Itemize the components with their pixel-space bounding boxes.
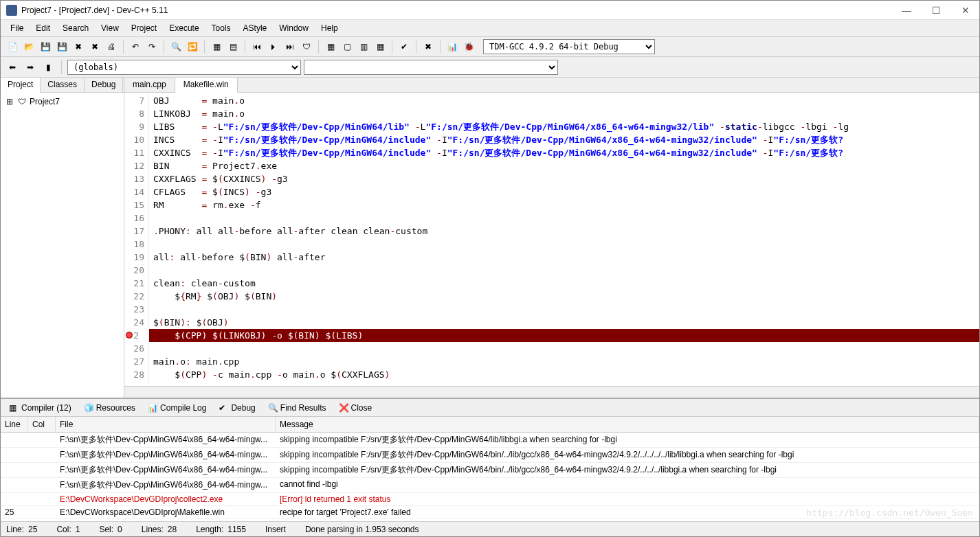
header-message: Message	[276, 417, 979, 432]
message-cell-col	[28, 506, 56, 518]
grid2-icon[interactable]: ▢	[339, 39, 355, 54]
maximize-button[interactable]: ☐	[928, 5, 945, 16]
left-tab-debug[interactable]: Debug	[85, 78, 123, 92]
project-tree[interactable]: ⊞ 🛡 Project7	[1, 93, 124, 111]
message-cell-msg: [Error] ld returned 1 exit status	[276, 493, 979, 505]
new-file-icon[interactable]: 📄	[5, 39, 20, 54]
bookmark-icon[interactable]: ▦	[209, 39, 224, 54]
grid4-icon[interactable]: ▦	[372, 39, 388, 54]
profile-icon[interactable]: 📊	[445, 39, 460, 54]
message-row[interactable]: F:\sn\更多软件\Dev-Cpp\MinGW64\x86_64-w64-mi…	[1, 478, 979, 493]
compile-icon[interactable]: ⏵	[266, 39, 281, 54]
bottom-tab-label: Compile Log	[160, 403, 206, 413]
check-icon: ✔	[219, 403, 228, 413]
left-tab-project[interactable]: Project	[1, 78, 41, 93]
bottom-tab-1[interactable]: 🧊Resources	[78, 400, 141, 415]
file-tabs: main.cppMakefile.win	[124, 78, 979, 93]
rebuild-icon[interactable]: 🛡	[299, 39, 314, 54]
expand-icon[interactable]: ⊞	[5, 97, 14, 106]
undo-icon[interactable]: ↶	[128, 39, 143, 54]
message-cell-msg: skipping incompatible F:/sn/更多软件/Dev-Cpp…	[276, 463, 979, 477]
bottom-tab-label: Find Results	[280, 403, 326, 413]
message-row[interactable]: E:\DevCWorkspace\DevGDIproj\collect2.exe…	[1, 493, 979, 506]
header-line: Line	[1, 417, 28, 432]
close-button[interactable]: ✕	[957, 5, 974, 16]
code-lines[interactable]: OBJ = main.oLINKOBJ = main.oLIBS = -L"F:…	[149, 93, 979, 386]
bottom-tab-2[interactable]: 📊Compile Log	[142, 400, 212, 415]
menu-execute[interactable]: Execute	[164, 21, 204, 35]
debug-icon[interactable]: 🐞	[461, 39, 476, 54]
separator	[318, 40, 319, 54]
bottom-tabs: ▦Compiler (12)🧊Resources📊Compile Log✔Deb…	[1, 399, 979, 417]
titlebar: Project7 - [Project7.dev] - Dev-C++ 5.11…	[1, 1, 979, 20]
save-all-icon[interactable]: 💾	[54, 39, 69, 54]
message-cell-msg: recipe for target 'Project7.exe' failed	[276, 506, 979, 518]
left-panel-tabs: ProjectClassesDebug	[1, 78, 124, 93]
menu-search[interactable]: Search	[57, 21, 94, 35]
message-row[interactable]: 25E:\DevCWorkspace\DevGDIproj\Makefile.w…	[1, 506, 979, 519]
bottom-tab-label: Close	[351, 403, 372, 413]
menu-edit[interactable]: Edit	[30, 21, 56, 35]
toolbar-main: 📄 📂 💾 💾 ✖ ✖ 🖨 ↶ ↷ 🔍 🔁 ▦ ▤ ⏮ ⏵ ⏭ 🛡 ▦ ▢ ▥ …	[1, 36, 979, 57]
main-area: ProjectClassesDebug ⊞ 🛡 Project7 main.cp…	[1, 78, 979, 398]
run-prev-icon[interactable]: ⏮	[249, 39, 265, 54]
grid3-icon[interactable]: ▥	[356, 39, 371, 54]
scope-dropdown[interactable]: (globals)	[67, 60, 301, 75]
check-icon[interactable]: ✔	[397, 39, 412, 54]
goto-icon[interactable]: ▤	[225, 39, 241, 54]
bottom-tab-0[interactable]: ▦Compiler (12)	[3, 400, 77, 415]
message-cell-file: F:\sn\更多软件\Dev-Cpp\MinGW64\x86_64-w64-mi…	[56, 448, 276, 462]
menu-file[interactable]: File	[5, 21, 29, 35]
cancel-icon[interactable]: ✖	[421, 39, 436, 54]
message-cell-line	[1, 433, 28, 447]
message-row[interactable]: F:\sn\更多软件\Dev-Cpp\MinGW64\x86_64-w64-mi…	[1, 463, 979, 478]
status-col-label: Col:	[56, 525, 71, 534]
open-file-icon[interactable]: 📂	[21, 39, 36, 54]
message-cell-col	[28, 478, 56, 492]
grid1-icon[interactable]: ▦	[323, 39, 338, 54]
close-all-icon[interactable]: ✖	[87, 39, 102, 54]
bottom-tab-4[interactable]: 🔍Find Results	[263, 400, 332, 415]
file-tab-1[interactable]: Makefile.win	[175, 78, 238, 93]
message-cell-col	[28, 448, 56, 462]
compiler-messages-table[interactable]: Line Col File Message F:\sn\更多软件\Dev-Cpp…	[1, 417, 979, 521]
message-row[interactable]: F:\sn\更多软件\Dev-Cpp\MinGW64\x86_64-w64-mi…	[1, 448, 979, 463]
compile-run-icon[interactable]: ⏭	[282, 39, 298, 54]
print-icon[interactable]: 🖨	[104, 39, 119, 54]
message-cell-line	[1, 478, 28, 492]
horizontal-scrollbar[interactable]	[124, 386, 979, 398]
compiler-dropdown[interactable]: TDM-GCC 4.9.2 64-bit Debug	[483, 39, 655, 54]
bottom-panel: ▦Compiler (12)🧊Resources📊Compile Log✔Deb…	[1, 398, 979, 521]
bookmark2-icon[interactable]: ▮	[41, 60, 56, 75]
menu-tools[interactable]: Tools	[206, 21, 236, 35]
redo-icon[interactable]: ↷	[144, 39, 159, 54]
menu-project[interactable]: Project	[126, 21, 162, 35]
bottom-tab-3[interactable]: ✔Debug	[213, 400, 260, 415]
save-icon[interactable]: 💾	[38, 39, 53, 54]
forward-icon[interactable]: ➡	[23, 60, 38, 75]
close-file-icon[interactable]: ✖	[71, 39, 86, 54]
message-row[interactable]: F:\sn\更多软件\Dev-Cpp\MinGW64\x86_64-w64-mi…	[1, 433, 979, 448]
menu-window[interactable]: Window	[274, 21, 314, 35]
replace-icon[interactable]: 🔁	[185, 39, 200, 54]
grid-icon: ▦	[9, 403, 19, 413]
menu-astyle[interactable]: AStyle	[238, 21, 273, 35]
find-icon[interactable]: 🔍	[168, 39, 183, 54]
file-tab-0[interactable]: main.cpp	[124, 78, 175, 92]
project-icon: 🛡	[17, 97, 27, 106]
bottom-tab-label: Compiler (12)	[21, 403, 71, 413]
status-sel-value: 0	[118, 525, 122, 534]
member-dropdown[interactable]	[304, 60, 558, 75]
menu-help[interactable]: Help	[315, 21, 344, 35]
menu-view[interactable]: View	[96, 21, 124, 35]
code-editor[interactable]: 7891011121314151617181920212223242 26272…	[124, 93, 979, 386]
bottom-tab-5[interactable]: ❌Close	[333, 400, 378, 415]
bottom-tab-label: Debug	[231, 403, 255, 413]
project-tree-root[interactable]: ⊞ 🛡 Project7	[3, 95, 121, 108]
message-cell-line	[1, 493, 28, 505]
back-icon[interactable]: ⬅	[5, 60, 20, 75]
minimize-button[interactable]: —	[898, 5, 915, 16]
left-tab-classes[interactable]: Classes	[41, 78, 85, 92]
status-length-label: Length:	[196, 525, 223, 534]
separator	[123, 40, 124, 54]
